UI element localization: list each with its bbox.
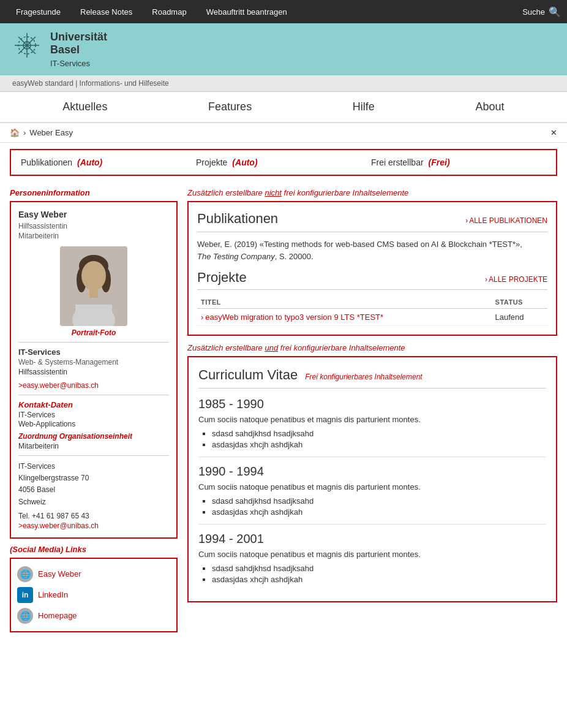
tab-publikationen[interactable]: Publikationen (Auto)	[21, 157, 196, 167]
pub-header: Publikationen ALLE PUBLIKATIONEN	[197, 211, 547, 227]
cv-frei-label: Frei konfigurierbares Inhaltselement	[305, 373, 422, 381]
social-item-easyweber: 🌐 Easy Weber	[17, 564, 170, 585]
top-navigation: Fragestunde Release Notes Roadmap Webauf…	[0, 0, 567, 23]
person-box: Easy Weber Hilfsassistentin Mitarbeiteri…	[10, 201, 178, 539]
section2-title-part1: Zusätzlich erstellbare	[187, 343, 265, 352]
list-item: sdasd sahdjkhsd hsadjksahd	[212, 429, 546, 438]
zuordnung-role: Mitarbeiterin	[18, 442, 169, 450]
alle-proj-link[interactable]: ALLE PROJEKTE	[485, 275, 547, 284]
cv-text-2: Cum sociis natoque penatibus et magnis d…	[198, 482, 546, 491]
breadcrumb-separator: ›	[23, 128, 26, 137]
tab-projekte-auto: (Auto)	[232, 157, 257, 167]
contact-title: Kontakt-Daten	[18, 400, 169, 409]
portrait-area	[18, 246, 169, 326]
portrait-image	[60, 246, 127, 326]
cv-period-3: 1994 - 2001	[198, 532, 546, 546]
proj-status: Laufend	[492, 309, 547, 326]
main-navigation: Aktuelles Features Hilfe About	[0, 92, 567, 123]
contact-org1: IT-Services	[18, 411, 169, 419]
page-breadcrumb: 🏠 › Weber Easy ✕	[0, 123, 567, 143]
email-link-2[interactable]: >easy.weber@unibas.ch	[18, 521, 99, 530]
cv-period-2: 1990 - 1994	[198, 464, 546, 479]
svg-rect-13	[75, 305, 112, 326]
breadcrumb-text: easyWeb standard | Informations- und Hil…	[12, 79, 169, 88]
cv-list-3: sdasd sahdjkhsd hsadjksahd asdasjdas xhc…	[198, 564, 546, 584]
org-sub: Web- & Systems-Management	[18, 358, 169, 366]
section1-underline: nicht	[265, 188, 281, 197]
it-services-label: IT-Services	[50, 59, 107, 68]
alle-pub-link[interactable]: ALLE PUBLIKATIONEN	[465, 216, 547, 225]
address-org: IT-Services	[18, 461, 169, 472]
cv-list-1: sdasd sahdjkhsd hsadjksahd asdasjdas xhc…	[198, 429, 546, 449]
globe-icon-1: 🌐	[17, 566, 33, 582]
logo-icon	[12, 31, 42, 60]
nav-features[interactable]: Features	[208, 100, 252, 113]
site-header: UniversitätBasel IT-Services	[0, 23, 567, 75]
cv-text-3: Cum sociis natoque penatibus et magnis d…	[198, 550, 546, 559]
social-item-homepage: 🌐 Homepage	[17, 605, 170, 626]
right-section-title-2: Zusätzlich erstellbare und frei konfigur…	[187, 343, 557, 352]
contact-org2: Web-Applications	[18, 420, 169, 428]
section2-underline: und	[265, 343, 278, 352]
nav-fragestunde[interactable]: Fragestunde	[6, 0, 70, 23]
table-row: easyWeb migration to typo3 version 9 LTS…	[197, 309, 547, 326]
right-section-title-1: Zusätzlich erstellbare nicht frei konfig…	[187, 188, 557, 197]
org-name: IT-Services	[18, 347, 169, 357]
tab-projekte[interactable]: Projekte (Auto)	[196, 157, 371, 167]
role-text: Hilfsassistentin	[18, 368, 169, 376]
social-section-title: (Social Media) Links	[10, 545, 178, 554]
close-icon[interactable]: ✕	[550, 128, 557, 137]
cv-period-1: 1985 - 1990	[198, 397, 546, 411]
breadcrumb-bar: easyWeb standard | Informations- und Hil…	[0, 75, 567, 92]
col-status: STATUS	[492, 296, 547, 309]
nav-roadmap[interactable]: Roadmap	[142, 0, 196, 23]
breadcrumb-current: Weber Easy	[29, 128, 73, 137]
pub-text: Weber, E. (2019) «Testing methods for we…	[197, 238, 547, 262]
tab-publikationen-auto: (Auto)	[77, 157, 102, 167]
zuordnung-title: Zuordnung Organisationseinheit	[18, 432, 169, 441]
address-country: Schweiz	[18, 496, 169, 508]
address-street: Klingelbergstrasse 70	[18, 472, 169, 484]
social-link-linkedin[interactable]: LinkedIn	[38, 590, 68, 599]
portrait-label: Portrait-Foto	[18, 328, 169, 337]
tabs-row: Publikationen (Auto) Projekte (Auto) Fre…	[10, 149, 557, 176]
cv-header: Curriculum Vitae Frei konfigurierbares I…	[198, 367, 546, 383]
cv-list-2: sdasd sahdjkhsd hsadjksahd asdasjdas xhc…	[198, 496, 546, 517]
section-title-personeninfo: Personeninformation	[10, 188, 178, 197]
portrait-svg	[60, 246, 127, 326]
social-link-easyweber[interactable]: Easy Weber	[38, 569, 81, 578]
list-item: asdasjdas xhcjh ashdjkah	[212, 507, 546, 517]
tab-frei[interactable]: Frei erstellbar (Frei)	[371, 157, 546, 167]
search-label: Suche	[522, 7, 545, 17]
search-area[interactable]: Suche 🔍	[522, 6, 561, 18]
university-name: UniversitätBasel	[50, 31, 107, 56]
proj-header: Projekte ALLE PROJEKTE	[197, 270, 547, 286]
proj-link[interactable]: easyWeb migration to typo3 version 9 LTS…	[201, 313, 383, 322]
search-icon: 🔍	[549, 6, 561, 18]
tab-frei-tag: (Frei)	[429, 157, 450, 167]
right-column: Zusätzlich erstellbare nicht frei konfig…	[187, 182, 557, 632]
social-box: 🌐 Easy Weber in LinkedIn 🌐 Homepage	[10, 558, 178, 632]
list-item: asdasjdas xhcjh ashdjkah	[212, 575, 546, 584]
address-block: IT-Services Klingelbergstrasse 70 4056 B…	[18, 461, 169, 508]
tel: Tel. +41 61 987 65 43	[18, 512, 169, 520]
svg-point-11	[81, 261, 106, 290]
person-role2: Mitarbeiterin	[18, 232, 169, 240]
linkedin-icon: in	[17, 587, 33, 603]
nav-about[interactable]: About	[476, 100, 505, 113]
home-icon[interactable]: 🏠	[10, 128, 20, 137]
nav-webauftritt[interactable]: Webauftritt beantragen	[197, 0, 297, 23]
person-role1: Hilfsassistentin	[18, 222, 169, 230]
logo-text: UniversitätBasel IT-Services	[50, 31, 107, 68]
list-item: asdasjdas xhcjh ashdjkah	[212, 440, 546, 449]
section1-title-part2: frei konfigurierbare Inhaltselemente	[282, 188, 408, 197]
email-link-1[interactable]: >easy.weber@unibas.ch	[18, 381, 99, 390]
nav-hilfe[interactable]: Hilfe	[353, 100, 375, 113]
cv-text-1: Cum sociis natoque penatibus et magnis d…	[198, 415, 546, 424]
proj-heading: Projekte	[197, 270, 247, 286]
address-city: 4056 Basel	[18, 484, 169, 496]
proj-table: TITEL STATUS easyWeb migration to typo3 …	[197, 296, 547, 326]
nav-release-notes[interactable]: Release Notes	[70, 0, 142, 23]
social-link-homepage[interactable]: Homepage	[38, 611, 77, 620]
nav-aktuelles[interactable]: Aktuelles	[62, 100, 107, 113]
